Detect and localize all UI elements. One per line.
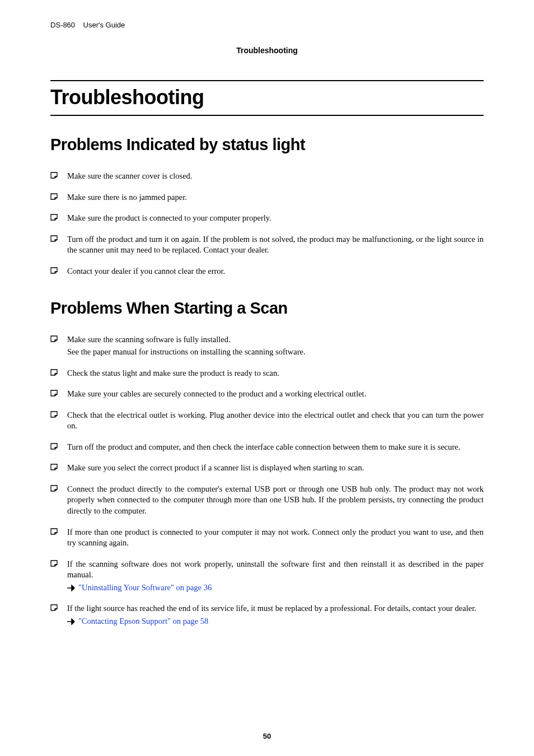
rule-top [50,80,484,81]
bullet-icon [50,266,67,274]
link-row: "Uninstalling Your Software" on page 36 [67,582,484,594]
list-item-content: Check the status light and make sure the… [67,368,484,379]
bullet-icon [50,484,67,492]
doc-title: User's Guide [83,21,125,29]
list-item-content: If the scanning software does not work p… [67,559,484,594]
page-number: 50 [0,732,534,740]
section1-title: Problems Indicated by status light [50,136,484,154]
list-item-text: Make sure there is no jammed paper. [67,192,484,203]
bullet-icon [50,334,67,342]
bullet-icon [50,442,67,450]
cross-reference-link[interactable]: "Uninstalling Your Software" on page 36 [78,582,212,594]
list-item-content: Check that the electrical outlet is work… [67,410,484,432]
list-item-text: If more than one product is connected to… [67,527,484,549]
section2-title: Problems When Starting a Scan [50,299,484,318]
cross-reference-link[interactable]: "Contacting Epson Support" on page 58 [78,616,208,627]
list-item-text: If the scanning software does not work p… [67,559,484,581]
list-item-text: Make sure the scanning software is fully… [67,334,484,346]
list-item-text: Make sure the scanner cover is closed. [67,171,484,182]
list-item: Make sure there is no jammed paper. [50,192,484,203]
list-item-text: If the light source has reached the end … [67,603,484,614]
bullet-icon [50,192,67,200]
list-item: If more than one product is connected to… [50,527,484,549]
header-line: DS-860 User's Guide [50,21,484,29]
section2-list: Make sure the scanning software is fully… [50,334,484,627]
bullet-icon [50,527,67,535]
rule-bottom [50,109,484,116]
list-item-content: Make sure the product is connected to yo… [67,213,484,224]
bullet-icon [50,559,67,567]
list-item: Turn off the product and turn it on agai… [50,234,484,256]
list-item-content: Turn off the product and turn it on agai… [67,234,484,256]
bullet-icon [50,171,67,179]
page-title: Troubleshooting [50,86,484,109]
section1-list: Make sure the scanner cover is closed.Ma… [50,171,484,277]
list-item-content: Connect the product directly to the comp… [67,484,484,517]
bullet-icon [50,603,67,611]
list-item-text: Turn off the product and computer, and t… [67,442,484,453]
link-row: "Contacting Epson Support" on page 58 [67,616,484,627]
arrow-icon [67,585,75,591]
list-item-text: Make sure you select the correct product… [67,463,484,474]
list-item-text: Make sure the product is connected to yo… [67,213,484,224]
list-item-content: Make sure there is no jammed paper. [67,192,484,203]
list-item-content: Contact your dealer if you cannot clear … [67,266,484,277]
list-item: Make sure the scanner cover is closed. [50,171,484,182]
list-item: Turn off the product and computer, and t… [50,442,484,453]
list-item-text: Check the status light and make sure the… [67,368,484,379]
arrow-icon [67,618,75,625]
bullet-icon [50,234,67,242]
list-item: Check that the electrical outlet is work… [50,410,484,432]
bullet-icon [50,463,67,470]
list-item-content: Make sure the scanner cover is closed. [67,171,484,182]
section-header: Troubleshooting [50,46,484,55]
bullet-icon [50,368,67,376]
list-item-content: Make sure you select the correct product… [67,463,484,474]
list-item: Make sure you select the correct product… [50,463,484,474]
list-item: Make sure your cables are securely conne… [50,389,484,400]
bullet-icon [50,389,67,396]
list-item-text: Turn off the product and turn it on agai… [67,234,484,256]
list-item-text: Contact your dealer if you cannot clear … [67,266,484,277]
list-item: Connect the product directly to the comp… [50,484,484,517]
list-item-text: Make sure your cables are securely conne… [67,389,484,400]
bullet-icon [50,213,67,221]
list-item-subtext: See the paper manual for instructions on… [67,347,484,358]
list-item: If the light source has reached the end … [50,603,484,627]
list-item: Make sure the product is connected to yo… [50,213,484,224]
list-item-text: Connect the product directly to the comp… [67,484,484,517]
list-item-content: Make sure the scanning software is fully… [67,334,484,357]
product-name: DS-860 [50,21,75,29]
list-item: Check the status light and make sure the… [50,368,484,379]
list-item-text: Check that the electrical outlet is work… [67,410,484,432]
list-item-content: If more than one product is connected to… [67,527,484,549]
list-item-content: Make sure your cables are securely conne… [67,389,484,400]
list-item: Contact your dealer if you cannot clear … [50,266,484,277]
bullet-icon [50,410,67,418]
list-item: If the scanning software does not work p… [50,559,484,594]
list-item-content: Turn off the product and computer, and t… [67,442,484,453]
list-item-content: If the light source has reached the end … [67,603,484,627]
list-item: Make sure the scanning software is fully… [50,334,484,357]
